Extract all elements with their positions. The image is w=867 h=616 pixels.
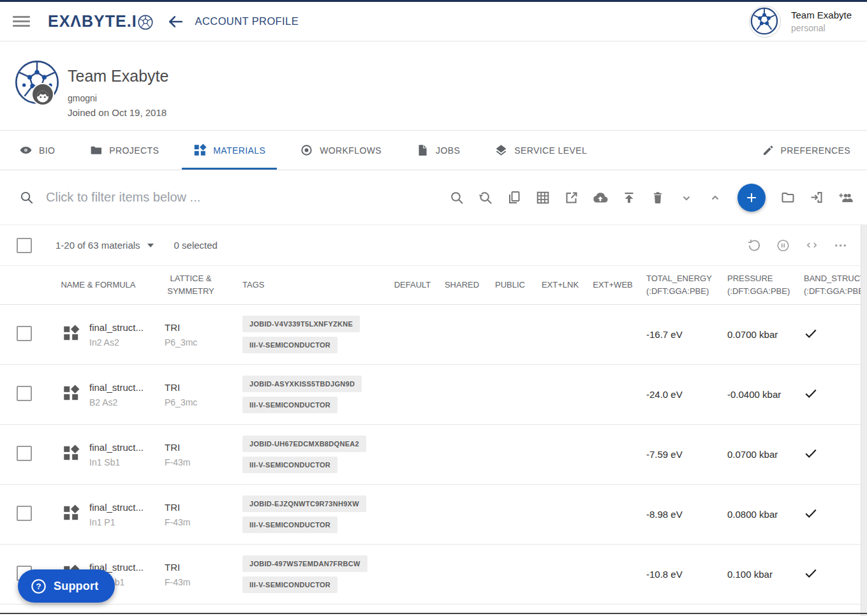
support-button[interactable]: ? Support	[18, 569, 115, 603]
share-with-team-button[interactable]	[838, 190, 853, 205]
tab-bio[interactable]: BIO	[8, 131, 66, 170]
materials-icon	[193, 143, 207, 157]
jobid-tag-chip[interactable]: JOBID-ASYXKISS5TBDJGN9D	[242, 376, 362, 392]
search-icon	[19, 190, 34, 205]
cloud-upload-button[interactable]	[593, 190, 608, 205]
table-row[interactable]: final_struct... In2 As2 TRI P6_3mc JOBID…	[0, 305, 867, 365]
select-all-checkbox[interactable]	[17, 238, 32, 253]
table-row[interactable]: JOBID-XUMNCDQ3QQLETRQH3	[0, 605, 867, 616]
back-arrow-icon[interactable]	[167, 13, 184, 30]
table-row[interactable]: final_struct... In1 Sb1 TRI F-43m JOBID-…	[0, 425, 867, 485]
support-label: Support	[54, 580, 98, 593]
tab-materials[interactable]: MATERIALS	[182, 131, 277, 170]
open-in-new-button[interactable]	[564, 190, 579, 205]
collapse-up-button[interactable]	[708, 190, 723, 205]
total-energy-value: -8.98 eV	[639, 509, 720, 520]
category-tag-chip[interactable]: III-V-SEMICONDUCTOR	[242, 397, 337, 413]
list-controls: 1-20 of 63 materials 0 selected	[0, 225, 867, 266]
hamburger-menu-icon[interactable]	[13, 13, 30, 29]
pagination-label: 1-20 of 63 materials	[56, 240, 140, 251]
table-header: NAME & FORMULA LATTICE & SYMMETRY TAGS D…	[0, 266, 867, 305]
jobid-tag-chip[interactable]: JOBID-497WS7EMDAN7FRBCW	[242, 555, 367, 572]
copy-button[interactable]	[507, 190, 522, 205]
column-tags: TAGS	[230, 279, 388, 291]
column-ext-web: EXT+WEB	[587, 279, 639, 291]
category-tag-chip[interactable]: III-V-SEMICONDUCTOR	[242, 337, 337, 353]
page-title: ACCOUNT PROFILE	[195, 15, 299, 27]
band-structure-check-icon	[804, 446, 818, 460]
lattice-type: TRI	[165, 442, 230, 453]
material-formula: B2 As2	[89, 397, 152, 407]
profile-joined-date: Joined on Oct 19, 2018	[68, 107, 167, 118]
table-row[interactable]: final_struct... In1 P1 TRI F-43m JOBID-E…	[0, 485, 867, 545]
chevron-down-icon	[679, 190, 694, 205]
tab-label: PROJECTS	[109, 145, 159, 156]
exabyte-logo[interactable]: EXΛBYTE.I	[48, 12, 153, 31]
pause-circle-icon	[776, 238, 790, 253]
table-row[interactable]: final_struct... Ga1 Sb1 TRI F-43m JOBID-…	[0, 545, 867, 605]
materials-toolbar	[449, 184, 853, 212]
table-row[interactable]: final_struct... B2 As2 TRI P6_3mc JOBID-…	[0, 365, 867, 425]
help-circle-icon: ?	[31, 578, 47, 594]
tab-label: MATERIALS	[213, 145, 265, 156]
profile-name: Team Exabyte	[68, 67, 168, 85]
delete-button[interactable]	[650, 190, 665, 205]
material-name[interactable]: final_struct...	[89, 382, 152, 393]
category-tag-chip[interactable]: III-V-SEMICONDUCTOR	[242, 576, 337, 593]
category-tag-chip[interactable]: III-V-SEMICONDUCTOR	[242, 457, 337, 473]
material-icon	[63, 385, 80, 402]
refresh-button[interactable]	[747, 238, 762, 253]
tab-workflows[interactable]: WORKFLOWS	[288, 131, 393, 170]
tab-label: JOBS	[436, 145, 460, 156]
profile-username: gmogni	[68, 93, 97, 103]
trash-icon	[650, 190, 665, 205]
search-button[interactable]	[449, 190, 464, 205]
column-public: PUBLIC	[487, 279, 533, 291]
upload-button[interactable]	[621, 190, 637, 205]
pressure-value: -0.0400 kbar	[720, 389, 796, 400]
jobid-tag-chip[interactable]: JOBID-UH67EDCMXB8DQNEA2	[242, 436, 366, 452]
symmetry-group: F-43m	[165, 517, 230, 527]
category-tag-chip[interactable]: III-V-SEMICONDUCTOR	[242, 517, 337, 533]
symmetry-group: P6_3mc	[165, 397, 230, 407]
material-name[interactable]: final_struct...	[89, 502, 152, 513]
total-energy-value: -16.7 eV	[639, 329, 720, 340]
jobid-tag-chip[interactable]: JOBID-V4V339T5LXNFYZKNE	[242, 316, 360, 332]
saved-search-button[interactable]	[478, 190, 493, 205]
open-in-new-icon	[564, 190, 579, 205]
pause-button[interactable]	[776, 238, 790, 253]
row-checkbox[interactable]	[17, 326, 32, 341]
move-to-folder-button[interactable]	[780, 190, 796, 205]
more-options-button[interactable]	[833, 238, 848, 253]
material-name[interactable]: final_struct...	[89, 322, 152, 333]
chevron-up-icon	[708, 190, 723, 205]
tab-jobs[interactable]: JOBS	[404, 131, 471, 170]
layers-icon	[494, 143, 508, 157]
row-checkbox[interactable]	[17, 506, 32, 521]
column-shared: SHARED	[437, 279, 487, 291]
row-checkbox[interactable]	[17, 386, 32, 401]
code-view-button[interactable]	[804, 238, 819, 253]
collapse-down-button[interactable]	[679, 190, 694, 205]
import-button[interactable]	[809, 190, 824, 205]
jobid-tag-chip[interactable]: JOBID-EJZQNWTC9R73NH9XW	[242, 495, 366, 512]
account-avatar[interactable]	[749, 6, 781, 38]
table-view-button[interactable]	[535, 190, 551, 205]
preferences-button[interactable]: PREFERENCES	[750, 131, 862, 170]
pagination-dropdown[interactable]: 1-20 of 63 materials	[56, 240, 154, 251]
lattice-type: TRI	[165, 562, 230, 573]
row-checkbox[interactable]	[17, 446, 32, 461]
folder-icon	[89, 143, 103, 157]
plus-icon	[745, 191, 759, 205]
tab-service-level[interactable]: SERVICE LEVEL	[483, 131, 598, 170]
pressure-value: 0.100 kbar	[720, 569, 796, 580]
profile-tab-bar: BIO PROJECTS MATERIALS WORKFLOWS JOBS	[0, 131, 867, 170]
pressure-value: 0.0800 kbar	[720, 509, 796, 520]
tab-projects[interactable]: PROJECTS	[78, 131, 170, 170]
material-name[interactable]: final_struct...	[89, 442, 152, 453]
search-history-icon	[478, 190, 493, 205]
add-material-button[interactable]	[737, 184, 766, 212]
filter-input[interactable]	[45, 189, 353, 205]
material-icon	[63, 444, 80, 462]
vertical-scrollbar[interactable]	[861, 224, 867, 616]
